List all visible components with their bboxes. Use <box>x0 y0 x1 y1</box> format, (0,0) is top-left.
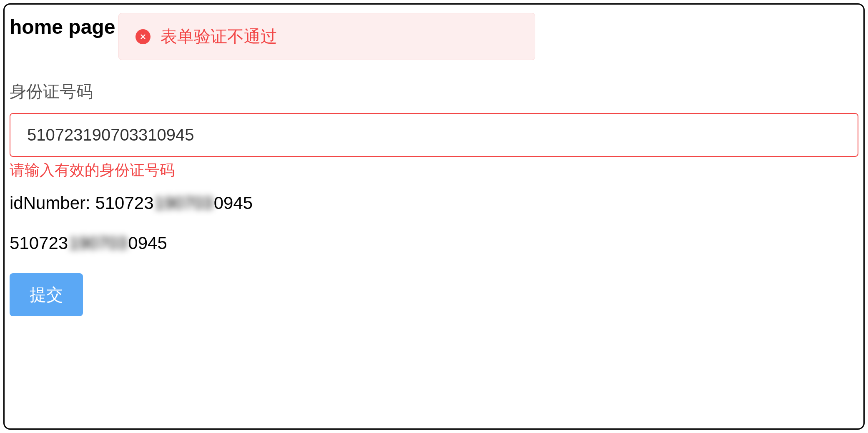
display-blurred-2: 190703 <box>69 233 127 253</box>
error-alert: 表单验证不通过 <box>118 13 535 60</box>
id-label: 身份证号码 <box>10 80 858 103</box>
submit-button[interactable]: 提交 <box>10 273 83 316</box>
alert-message: 表单验证不通过 <box>161 25 277 48</box>
close-icon <box>135 29 151 44</box>
validation-error: 请输入有效的身份证号码 <box>10 160 858 181</box>
id-number-display-1: idNumber: 510723 190703 0945 <box>10 193 858 213</box>
page-title: home page <box>10 16 115 38</box>
header-row: home page 表单验证不通过 <box>10 13 858 60</box>
display-prefix-1: idNumber: 510723 <box>10 193 154 213</box>
id-number-display-2: 510723 190703 0945 <box>10 233 858 253</box>
id-number-input[interactable] <box>10 113 858 157</box>
display-suffix-2: 0945 <box>128 233 167 253</box>
display-suffix-1: 0945 <box>214 193 253 213</box>
display-prefix-2: 510723 <box>10 233 68 253</box>
display-blurred-1: 190703 <box>155 193 213 213</box>
page-container: home page 表单验证不通过 身份证号码 请输入有效的身份证号码 idNu… <box>3 3 865 430</box>
